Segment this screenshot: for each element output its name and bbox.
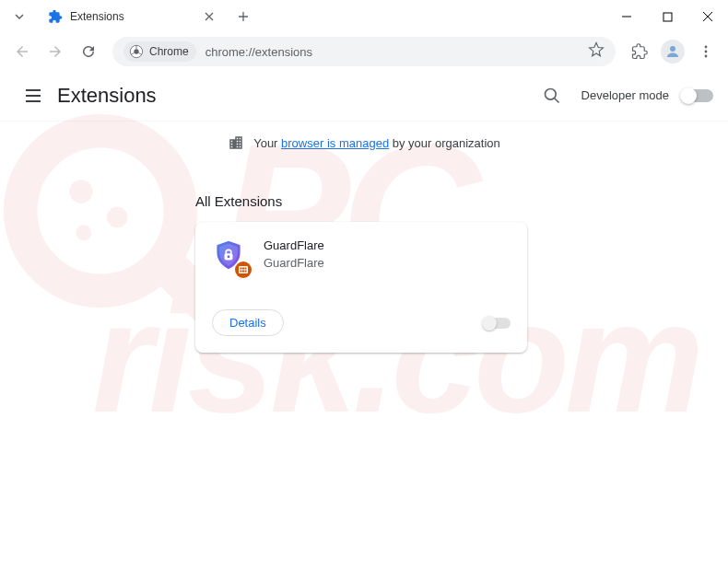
managed-badge-icon	[234, 261, 252, 279]
building-icon	[228, 134, 244, 151]
new-tab-button[interactable]	[230, 4, 256, 29]
profile-button[interactable]	[658, 37, 687, 66]
url-text: chrome://extensions	[205, 45, 588, 59]
extensions-toolbar-button[interactable]	[625, 37, 654, 66]
close-window-button[interactable]	[687, 0, 728, 33]
extension-enable-toggle[interactable]	[483, 318, 511, 329]
svg-point-7	[134, 49, 138, 53]
bookmark-button[interactable]	[588, 41, 605, 62]
chrome-logo-icon	[129, 44, 144, 59]
extension-name: GuardFlare	[264, 238, 324, 252]
svg-rect-19	[242, 268, 244, 270]
menu-button[interactable]	[691, 37, 721, 66]
extension-card: GuardFlare GuardFlare Details	[195, 222, 527, 353]
svg-point-11	[705, 55, 708, 58]
main-menu-button[interactable]	[15, 77, 52, 114]
extension-icon	[212, 238, 247, 273]
svg-rect-5	[663, 13, 672, 21]
minimize-button[interactable]	[606, 0, 647, 33]
managed-link[interactable]: browser is managed	[281, 136, 389, 150]
svg-point-10	[705, 51, 708, 53]
developer-mode-label: Developer mode	[581, 88, 669, 102]
extensions-tab-icon	[48, 9, 63, 24]
svg-rect-20	[245, 268, 247, 270]
svg-point-9	[705, 46, 708, 49]
tab-close-button[interactable]	[201, 8, 217, 25]
section-title: All Extensions	[195, 193, 728, 209]
page-title: Extensions	[57, 84, 157, 108]
svg-rect-18	[241, 268, 242, 270]
svg-point-12	[545, 88, 556, 99]
extension-description: GuardFlare	[264, 256, 324, 270]
toolbar: Chrome chrome://extensions	[0, 33, 728, 70]
svg-point-15	[228, 255, 230, 258]
search-extensions-button[interactable]	[535, 79, 569, 112]
content: Your browser is managed by your organiza…	[0, 122, 728, 353]
svg-point-8	[670, 46, 675, 52]
titlebar: Extensions	[0, 0, 728, 33]
managed-banner: Your browser is managed by your organiza…	[0, 134, 728, 151]
svg-rect-22	[242, 271, 244, 273]
chrome-chip-label: Chrome	[149, 45, 189, 58]
address-bar[interactable]: Chrome chrome://extensions	[112, 37, 616, 66]
developer-mode-toggle[interactable]	[682, 89, 713, 102]
tab-title: Extensions	[70, 10, 201, 23]
back-button[interactable]	[7, 37, 37, 66]
svg-rect-17	[239, 266, 248, 273]
chrome-chip: Chrome	[123, 41, 196, 62]
svg-rect-21	[241, 271, 242, 273]
details-button[interactable]: Details	[212, 309, 284, 336]
avatar-icon	[661, 40, 685, 64]
tab-search-button[interactable]	[6, 4, 33, 29]
reload-button[interactable]	[74, 37, 103, 66]
forward-button[interactable]	[41, 37, 70, 66]
svg-rect-23	[245, 271, 247, 273]
window-controls	[606, 0, 728, 33]
managed-text: Your browser is managed by your organiza…	[253, 136, 500, 150]
page-header: Extensions Developer mode	[0, 70, 728, 122]
maximize-button[interactable]	[647, 0, 687, 33]
browser-tab[interactable]: Extensions	[39, 3, 223, 30]
